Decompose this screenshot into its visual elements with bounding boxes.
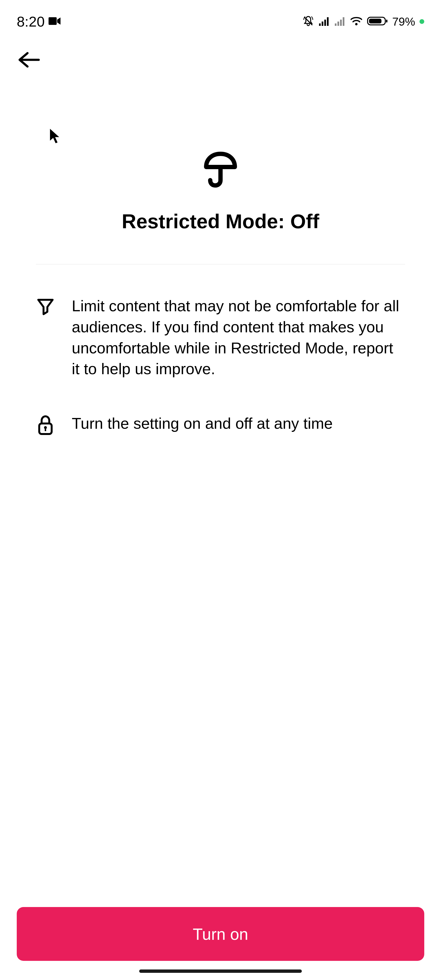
info-item: Limit content that may not be comfortabl… <box>36 296 405 379</box>
svg-rect-13 <box>386 20 387 22</box>
status-right: 79% <box>302 15 424 28</box>
arrow-left-icon <box>17 67 41 70</box>
page-title: Restricted Mode: Off <box>122 210 319 233</box>
svg-rect-4 <box>324 20 326 26</box>
battery-icon <box>367 16 388 27</box>
umbrella-icon <box>200 149 241 191</box>
svg-rect-8 <box>340 20 342 26</box>
privacy-indicator-dot <box>419 19 424 24</box>
svg-rect-0 <box>49 17 57 25</box>
svg-rect-7 <box>338 22 339 26</box>
svg-rect-3 <box>322 22 323 26</box>
video-recording-icon <box>49 17 61 26</box>
back-button[interactable] <box>14 48 43 73</box>
home-indicator[interactable] <box>139 969 302 973</box>
status-left: 8:20 <box>17 13 61 30</box>
filter-icon <box>36 297 55 317</box>
battery-percent: 79% <box>392 15 415 28</box>
status-bar: 8:20 <box>0 0 441 38</box>
wifi-icon <box>350 16 363 27</box>
nav-bar <box>0 38 441 82</box>
signal-bars-icon <box>319 16 330 27</box>
svg-rect-9 <box>343 17 344 26</box>
info-text: Turn the setting on and off at any time <box>72 413 333 434</box>
turn-on-button[interactable]: Turn on <box>17 907 424 961</box>
info-item: Turn the setting on and off at any time <box>36 413 405 437</box>
svg-rect-5 <box>327 17 328 26</box>
svg-rect-16 <box>45 428 46 431</box>
svg-rect-2 <box>319 24 321 26</box>
svg-rect-12 <box>369 19 381 24</box>
lock-icon <box>36 414 55 437</box>
divider <box>36 264 405 264</box>
content-area: Restricted Mode: Off Limit content that … <box>0 82 441 437</box>
signal-bars-icon-2 <box>334 16 346 27</box>
notification-muted-icon <box>302 15 314 28</box>
status-time: 8:20 <box>17 13 45 30</box>
info-list: Limit content that may not be comfortabl… <box>36 296 405 437</box>
info-text: Limit content that may not be comfortabl… <box>72 296 405 379</box>
svg-rect-6 <box>335 24 336 26</box>
svg-point-10 <box>355 23 357 25</box>
bottom-area: Turn on <box>0 907 441 980</box>
